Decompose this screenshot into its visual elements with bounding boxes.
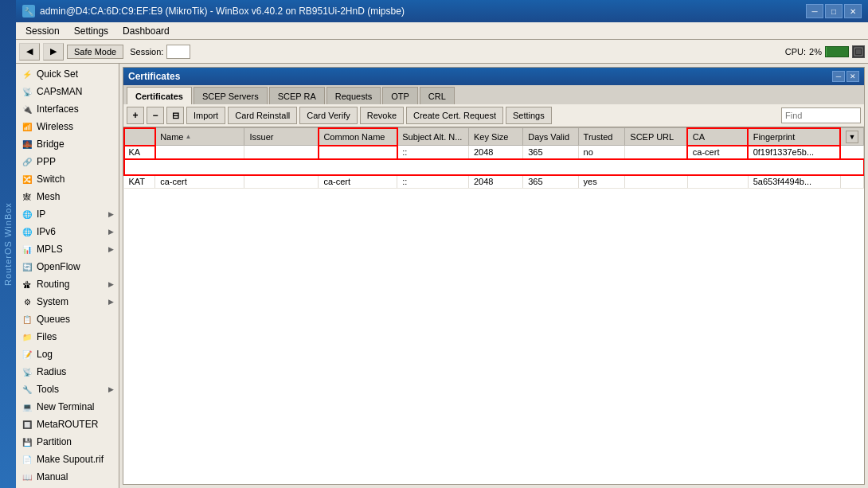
ip-arrow: ▶ bbox=[108, 210, 114, 218]
action-toolbar: + − ⊟ Import Card Reinstall Card Verify … bbox=[123, 104, 864, 127]
tab-crl[interactable]: CRL bbox=[420, 87, 455, 104]
sidebar-item-capsman[interactable]: 📡 CAPsMAN bbox=[16, 83, 119, 100]
table-cell-r1-c10: 5a653f4494b... bbox=[748, 175, 840, 189]
sidebar-item-system[interactable]: ⚙ System ▶ bbox=[16, 293, 119, 310]
session-label: Session: bbox=[130, 47, 163, 57]
sidebar-item-tools[interactable]: 🔧 Tools ▶ bbox=[16, 381, 119, 398]
remove-button[interactable]: − bbox=[147, 107, 164, 124]
maximize-button[interactable]: □ bbox=[825, 4, 843, 18]
sidebar-item-radius[interactable]: 📡 Radius bbox=[16, 363, 119, 381]
sidebar-item-ipv6[interactable]: 🌐 IPv6 ▶ bbox=[16, 223, 119, 240]
table-cell-r0-c7: no bbox=[578, 146, 625, 159]
sidebar-item-queues[interactable]: 📋 Queues bbox=[16, 310, 119, 328]
filter-button[interactable]: ⊟ bbox=[166, 107, 184, 124]
cpu-label: CPU: bbox=[785, 47, 806, 57]
sidebar-item-metarouter[interactable]: 🔲 MetaROUTER bbox=[16, 416, 119, 433]
tab-requests[interactable]: Requests bbox=[326, 87, 381, 104]
certificates-table-body: KASERVERSERVER::2048365noca-cert0f19f133… bbox=[124, 146, 864, 205]
sidebar-item-interfaces[interactable]: 🔌 Interfaces bbox=[16, 100, 119, 118]
create-cert-button[interactable]: Create Cert. Request bbox=[406, 107, 503, 124]
sidebar-item-mpls[interactable]: 📊 MPLS ▶ bbox=[16, 240, 119, 258]
sidebar-item-bridge[interactable]: 🌉 Bridge bbox=[16, 135, 119, 153]
window-minimize-btn[interactable]: ─ bbox=[832, 71, 845, 82]
sidebar-item-ip[interactable]: 🌐 IP ▶ bbox=[16, 205, 119, 223]
table-cell-r0-c9: ca-cert bbox=[687, 146, 748, 159]
sidebar-item-openflow[interactable]: 🔄 OpenFlow bbox=[16, 258, 119, 275]
sidebar-item-quick-set[interactable]: ⚡ Quick Set bbox=[16, 65, 119, 83]
quick-set-icon: ⚡ bbox=[21, 68, 33, 80]
table-row[interactable] bbox=[124, 188, 864, 204]
safe-mode-button[interactable]: Safe Mode bbox=[67, 45, 123, 59]
sidebar-item-new-terminal[interactable]: 💻 New Terminal bbox=[16, 398, 119, 416]
cpu-display: CPU: 2% bbox=[785, 45, 865, 58]
tab-scep-ra[interactable]: SCEP RA bbox=[269, 87, 325, 104]
card-verify-button[interactable]: Card Verify bbox=[299, 107, 357, 124]
bridge-icon: 🌉 bbox=[21, 138, 33, 150]
sidebar-item-routing[interactable]: 🛣 Routing ▶ bbox=[16, 275, 119, 293]
certificates-table: Name▲ Issuer Common Name Subject Alt. N.… bbox=[123, 127, 864, 204]
sidebar-item-wireless[interactable]: 📶 Wireless bbox=[16, 118, 119, 135]
sidebar-item-log[interactable]: 📝 Log bbox=[16, 346, 119, 363]
window-close-btn[interactable]: ✕ bbox=[846, 71, 859, 82]
tab-otp[interactable]: OTP bbox=[382, 87, 418, 104]
minimize-button[interactable]: ─ bbox=[806, 4, 823, 18]
col-header-key-size[interactable]: Key Size bbox=[468, 128, 522, 146]
card-reinstall-button[interactable]: Card Reinstall bbox=[228, 107, 297, 124]
table-cell-r0-c4: :: bbox=[397, 146, 469, 159]
routing-arrow: ▶ bbox=[108, 280, 114, 288]
mpls-arrow: ▶ bbox=[108, 245, 114, 253]
add-button[interactable]: + bbox=[127, 107, 144, 124]
col-header-ca[interactable]: CA bbox=[687, 128, 748, 146]
tools-arrow: ▶ bbox=[108, 385, 114, 393]
sidebar-item-partition[interactable]: 💾 Partition bbox=[16, 433, 119, 451]
col-header-scep-url[interactable]: SCEP URL bbox=[625, 128, 687, 146]
table-cell-r1-c1: ca-cert bbox=[155, 175, 244, 189]
back-button[interactable]: ◀ bbox=[19, 43, 40, 61]
ip-icon: 🌐 bbox=[21, 208, 33, 221]
tabs-bar: Certificates SCEP Servers SCEP RA Reques… bbox=[123, 85, 864, 104]
col-header-fingerprint[interactable]: Fingerprint bbox=[748, 128, 840, 146]
col-header-name[interactable]: Name▲ bbox=[155, 128, 244, 146]
sidebar-item-files[interactable]: 📁 Files bbox=[16, 328, 119, 346]
content-area: Certificates ─ ✕ Certificates SCEP Serve… bbox=[119, 64, 868, 488]
tab-scep-servers[interactable]: SCEP Servers bbox=[194, 87, 268, 104]
sidebar-item-mesh[interactable]: 🕸 Mesh bbox=[16, 188, 119, 205]
table-cell-r1-c2 bbox=[244, 175, 319, 189]
ipv6-icon: 🌐 bbox=[21, 225, 33, 238]
new-terminal-icon: 💻 bbox=[21, 400, 33, 413]
system-icon: ⚙ bbox=[21, 295, 33, 308]
menu-session[interactable]: Session bbox=[19, 24, 66, 38]
title-bar: 🔧 admin@D4:CA:6D:C9:EF:E9 (MikroTik) - W… bbox=[16, 0, 868, 22]
sidebar-item-switch[interactable]: 🔀 Switch bbox=[16, 170, 119, 188]
certificates-window: Certificates ─ ✕ Certificates SCEP Serve… bbox=[123, 67, 865, 485]
menu-dashboard[interactable]: Dashboard bbox=[116, 24, 176, 38]
forward-button[interactable]: ▶ bbox=[43, 43, 64, 61]
session-input[interactable] bbox=[166, 45, 190, 59]
table-cell-r1-c9 bbox=[687, 175, 748, 189]
col-header-common-name[interactable]: Common Name bbox=[319, 128, 397, 146]
table-row[interactable] bbox=[124, 159, 864, 175]
tab-certificates[interactable]: Certificates bbox=[127, 87, 192, 104]
sidebar-item-manual[interactable]: 📖 Manual bbox=[16, 468, 119, 486]
wireless-icon: 📶 bbox=[21, 120, 33, 133]
scroll-right-btn[interactable]: ▼ bbox=[846, 131, 858, 143]
sidebar-item-make-supout[interactable]: 📄 Make Supout.rif bbox=[16, 451, 119, 468]
menu-settings[interactable]: Settings bbox=[68, 24, 115, 38]
revoke-button[interactable]: Revoke bbox=[360, 107, 404, 124]
col-header-flag[interactable] bbox=[124, 128, 155, 146]
settings-button[interactable]: Settings bbox=[506, 107, 552, 124]
sidebar-item-ppp[interactable]: 🔗 PPP bbox=[16, 153, 119, 170]
table-cell-r0-c1: SERVER bbox=[155, 146, 244, 159]
close-button[interactable]: ✕ bbox=[844, 4, 862, 18]
col-header-subject-alt[interactable]: Subject Alt. N... bbox=[397, 128, 469, 146]
routing-icon: 🛣 bbox=[21, 278, 33, 291]
col-header-issuer[interactable]: Issuer bbox=[244, 128, 319, 146]
cpu-value: 2% bbox=[809, 47, 822, 57]
find-input[interactable] bbox=[781, 107, 861, 123]
radius-icon: 📡 bbox=[21, 365, 33, 378]
make-supout-icon: 📄 bbox=[21, 453, 33, 466]
table-cell-r1-c8 bbox=[625, 175, 687, 189]
col-header-days-valid[interactable]: Days Valid bbox=[523, 128, 578, 146]
col-header-trusted[interactable]: Trusted bbox=[578, 128, 625, 146]
import-button[interactable]: Import bbox=[186, 107, 225, 124]
